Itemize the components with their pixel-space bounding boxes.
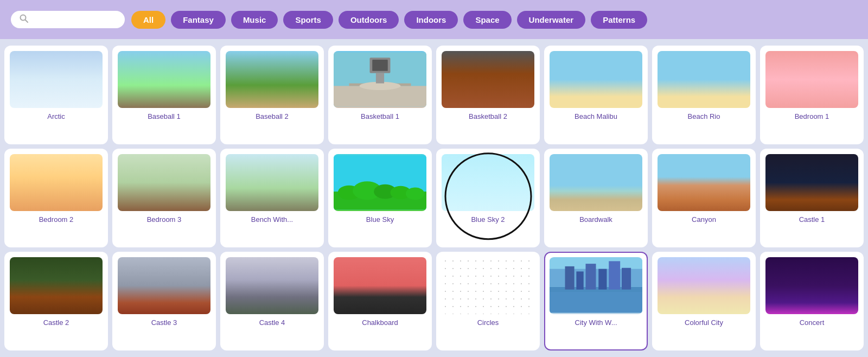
backdrop-label-basketball1: Basketball 1	[334, 112, 426, 120]
header: AllFantasyMusicSportsOutdoorsIndoorsSpac…	[0, 0, 868, 39]
filter-btn-indoors[interactable]: Indoors	[404, 11, 458, 29]
backdrop-thumb-circles	[442, 257, 534, 314]
backdrop-label-citywithw: City With W...	[550, 318, 642, 327]
backdrop-thumb-benchwith	[226, 154, 318, 211]
backdrop-label-castle1: Castle 1	[765, 215, 858, 224]
backdrop-thumb-beachmalibu	[550, 51, 642, 108]
backdrop-item-bluesky[interactable]: Blue Sky	[328, 149, 432, 247]
backdrop-label-castle2: Castle 2	[10, 318, 103, 327]
backdrop-item-bedroom2[interactable]: Bedroom 2	[4, 149, 108, 247]
backdrop-thumb-basketball1	[334, 51, 426, 108]
backdrop-item-castle2[interactable]: Castle 2	[4, 252, 108, 350]
backdrop-label-beachrio: Beach Rio	[658, 112, 750, 120]
backdrop-item-concert[interactable]: Concert	[760, 252, 864, 350]
grid-row-0: ArcticBaseball 1Baseball 2 Basketball 1B…	[4, 46, 864, 144]
backdrop-thumb-chalkboard	[334, 257, 426, 314]
backdrop-item-colorfulcity[interactable]: Colorful City	[652, 252, 756, 350]
grid-row-1: Bedroom 2Bedroom 3Bench With... Blue Sky…	[4, 149, 864, 247]
backdrop-label-chalkboard: Chalkboard	[334, 318, 426, 327]
backdrop-item-basketball2[interactable]: Basketball 2	[436, 46, 540, 144]
filter-btn-fantasy[interactable]: Fantasy	[171, 11, 226, 29]
svg-rect-7	[372, 60, 388, 71]
backdrop-item-arctic[interactable]: Arctic	[4, 46, 108, 144]
grid-row-2: Castle 2Castle 3Castle 4ChalkboardCircle…	[4, 252, 864, 350]
backdrop-label-castle3: Castle 3	[118, 318, 210, 327]
backdrop-label-baseball1: Baseball 1	[118, 112, 210, 120]
backdrop-item-beachmalibu[interactable]: Beach Malibu	[544, 46, 648, 144]
backdrop-label-beachmalibu: Beach Malibu	[550, 112, 642, 120]
backdrop-thumb-canyon	[658, 154, 750, 211]
backdrop-item-benchwith[interactable]: Bench With...	[220, 149, 324, 247]
backdrop-label-basketball2: Basketball 2	[442, 112, 534, 120]
svg-point-15	[406, 188, 424, 200]
svg-rect-19	[565, 266, 575, 290]
backdrop-item-baseball2[interactable]: Baseball 2	[220, 46, 324, 144]
filter-btn-outdoors[interactable]: Outdoors	[339, 11, 399, 29]
backdrop-thumb-basketball2	[442, 51, 534, 108]
filter-buttons: AllFantasyMusicSportsOutdoorsIndoorsSpac…	[131, 11, 647, 29]
backdrop-item-bluesky2[interactable]: Blue Sky 2	[436, 149, 540, 247]
backdrop-thumb-bluesky2	[442, 154, 534, 211]
backdrop-thumb-bedroom1	[765, 51, 858, 108]
backdrop-label-bedroom1: Bedroom 1	[765, 112, 858, 120]
backdrop-item-basketball1[interactable]: Basketball 1	[328, 46, 432, 144]
backdrop-thumb-castle3	[118, 257, 210, 314]
search-input[interactable]	[33, 15, 108, 24]
backdrop-item-bedroom3[interactable]: Bedroom 3	[112, 149, 216, 247]
search-container	[11, 11, 125, 28]
filter-btn-all[interactable]: All	[131, 11, 165, 29]
backdrop-label-bluesky: Blue Sky	[334, 215, 426, 224]
backdrop-label-castle4: Castle 4	[226, 318, 318, 327]
backdrop-thumb-baseball2	[226, 51, 318, 108]
backdrop-label-benchwith: Bench With...	[226, 215, 318, 224]
backdrop-label-canyon: Canyon	[658, 215, 750, 224]
svg-rect-22	[598, 269, 607, 290]
backdrop-thumb-concert	[765, 257, 858, 314]
backdrop-thumb-beachrio	[658, 51, 750, 108]
backdrop-label-circles: Circles	[442, 318, 534, 327]
backdrop-label-baseball2: Baseball 2	[226, 112, 318, 120]
backdrop-item-chalkboard[interactable]: Chalkboard	[328, 252, 432, 350]
backdrop-grid: ArcticBaseball 1Baseball 2 Basketball 1B…	[0, 39, 868, 357]
backdrop-thumb-boardwalk	[550, 154, 642, 211]
backdrop-item-castle3[interactable]: Castle 3	[112, 252, 216, 350]
backdrop-label-boardwalk: Boardwalk	[550, 215, 642, 224]
backdrop-thumb-bluesky	[334, 154, 426, 211]
filter-btn-sports[interactable]: Sports	[283, 11, 333, 29]
filter-btn-space[interactable]: Space	[463, 11, 511, 29]
backdrop-label-concert: Concert	[765, 318, 858, 327]
backdrop-thumb-citywithw	[550, 257, 642, 314]
backdrop-item-bedroom1[interactable]: Bedroom 1	[760, 46, 864, 144]
backdrop-label-bedroom2: Bedroom 2	[10, 215, 103, 224]
backdrop-item-citywithw[interactable]: City With W...	[544, 252, 648, 350]
backdrop-item-castle1[interactable]: Castle 1	[760, 149, 864, 247]
backdrop-label-bedroom3: Bedroom 3	[118, 215, 210, 224]
backdrop-thumb-castle4	[226, 257, 318, 314]
backdrop-label-bluesky2: Blue Sky 2	[442, 215, 534, 224]
svg-line-1	[25, 20, 28, 23]
backdrop-item-canyon[interactable]: Canyon	[652, 149, 756, 247]
backdrop-thumb-bedroom3	[118, 154, 210, 211]
backdrop-thumb-colorfulcity	[658, 257, 750, 314]
backdrop-label-arctic: Arctic	[10, 112, 103, 120]
search-icon	[20, 14, 28, 25]
svg-rect-23	[609, 261, 620, 289]
filter-btn-music[interactable]: Music	[231, 11, 278, 29]
filter-btn-underwater[interactable]: Underwater	[517, 11, 586, 29]
backdrop-thumb-bedroom2	[10, 154, 103, 211]
backdrop-item-boardwalk[interactable]: Boardwalk	[544, 149, 648, 247]
backdrop-thumb-castle1	[765, 154, 858, 211]
backdrop-item-beachrio[interactable]: Beach Rio	[652, 46, 756, 144]
backdrop-thumb-baseball1	[118, 51, 210, 108]
svg-rect-25	[550, 292, 642, 313]
svg-rect-24	[622, 268, 631, 290]
backdrop-item-castle4[interactable]: Castle 4	[220, 252, 324, 350]
filter-btn-patterns[interactable]: Patterns	[591, 11, 647, 29]
backdrop-item-baseball1[interactable]: Baseball 1	[112, 46, 216, 144]
backdrop-item-circles[interactable]: Circles	[436, 252, 540, 350]
svg-rect-20	[576, 271, 583, 289]
backdrop-thumb-castle2	[10, 257, 103, 314]
backdrop-thumb-arctic	[10, 51, 103, 108]
backdrop-label-colorfulcity: Colorful City	[658, 318, 750, 327]
svg-rect-8	[376, 73, 384, 84]
